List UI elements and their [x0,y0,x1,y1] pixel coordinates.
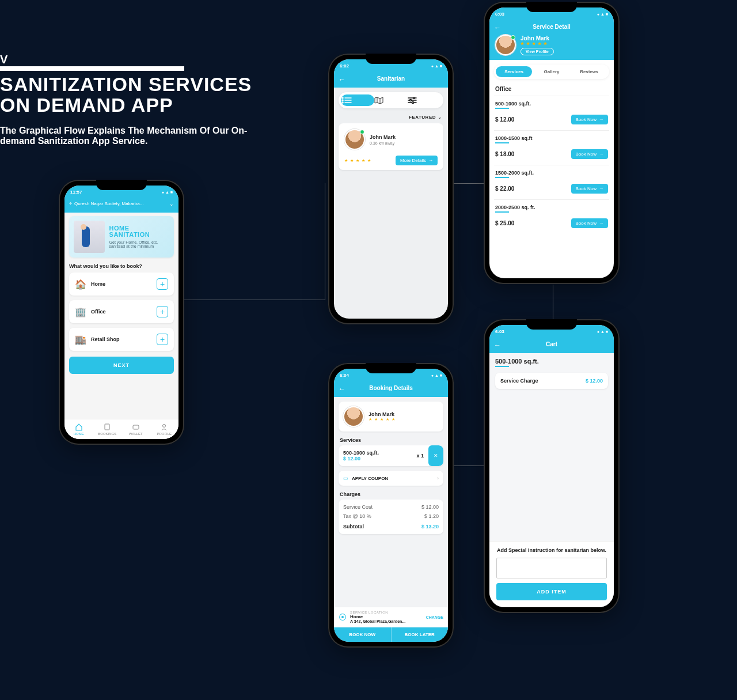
book-now-button[interactable]: BOOK NOW [334,627,392,642]
nav-home[interactable]: HOME [64,419,93,439]
location-text: Quresh Nagar Society, Makarba... [74,201,167,206]
plus-icon[interactable]: + [157,334,168,345]
screen-title: Sanitarian [377,75,405,82]
phone-notch [526,319,577,330]
book-now-button[interactable]: Book Now → [571,115,608,124]
avatar [495,35,516,55]
status-icons: ● ▲ ■ [431,373,442,377]
promo-banner[interactable]: HOME SANITATION Get your Home, Office, e… [69,216,174,258]
screen-title: Service Detail [533,24,571,30]
phone-booking-details: 6:04 ● ▲ ■ ← Booking Details John Mark ★… [328,363,454,648]
service-label: 1500-2000 sq.ft. [495,170,608,176]
nav-profile[interactable]: PROFILE [150,419,179,439]
next-button[interactable]: NEXT [69,357,174,374]
book-now-button[interactable]: Book Now → [571,218,608,228]
featured-sort[interactable]: FEATURED ⌄ [340,114,442,120]
promo-sub: Get your Home, Office, etc. sanitized at… [109,240,165,248]
svg-point-7 [342,102,343,103]
prompt-text: What would you like to book? [69,263,174,269]
plus-icon[interactable]: + [157,306,168,317]
flow-line [454,466,484,466]
phone-service-detail: 6:03 ● ▲ ■ ← Service Detail John Mark ★ … [484,2,620,284]
underline [495,108,509,109]
chevron-down-icon: ⌄ [169,201,174,207]
view-profile-button[interactable]: View Profile [521,48,554,55]
back-icon[interactable]: ← [339,385,345,393]
service-label: 2000-2500 sq. ft. [495,205,608,210]
more-details-button[interactable]: More Details→ [396,156,438,165]
provider-name: John Mark [368,411,396,417]
map-view-button[interactable] [374,94,408,106]
list-view-button[interactable] [341,94,374,106]
svg-point-10 [413,97,415,99]
loc-addr: A 342, Global Plaza,Garden... [350,619,423,623]
filter-button[interactable] [408,94,441,106]
provider-distance: 0.36 km away [370,141,396,145]
tab-gallery[interactable]: Gallery [533,66,569,77]
service-price: $ 12.00 [495,116,514,123]
back-icon[interactable]: ← [339,75,345,84]
service-row: 1000-1500 sq.ft$ 18.00Book Now → [494,130,609,165]
charge-value: $ 1.20 [424,513,439,519]
view-toggle [339,92,443,108]
line-label: 500-1000 sq.ft. [343,450,407,456]
option-office[interactable]: 🏢 Office + [69,300,174,323]
back-icon[interactable]: ← [494,341,501,349]
tab-services[interactable]: Services [496,66,532,77]
screen-header: ← Sanitarian [334,72,448,88]
arrow-right-icon: → [428,158,433,163]
service-price: $ 22.00 [495,186,514,192]
chevron-right-icon: › [437,475,439,481]
location-bar[interactable]: ⌖ Quresh Nagar Society, Makarba... ⌄ [64,198,178,213]
option-retail[interactable]: 🏬 Retail Shop + [69,328,174,351]
charge-label: Tax @ 10 % [343,513,424,519]
service-location-card: ⦿ SERVICE LOCATION Home A 342, Global Pl… [334,607,448,627]
phone-home-screen: 11:57 ● ▲ ■ ⌖ Quresh Nagar Society, Maka… [59,180,184,445]
remove-item-button[interactable]: ✕ [428,445,443,466]
services-heading: Services [340,437,442,443]
svg-rect-1 [133,425,139,429]
service-row: 500-1000 sq.ft.$ 12.00Book Now → [494,96,609,130]
svg-point-3 [342,97,343,99]
phone-notch [96,180,147,190]
status-time: 6:02 [340,63,349,69]
plus-icon[interactable]: + [157,278,168,290]
nav-bookings[interactable]: BOOKINGS [93,419,122,439]
option-label: Home [91,281,157,287]
eyebrow-char: V [0,53,252,66]
option-home[interactable]: 🏠 Home + [69,273,174,296]
detail-tabs: Services Gallery Reviews [494,65,609,79]
apply-coupon[interactable]: ▭ APPLY COUPON › [339,471,443,486]
location-icon: ⌖ [69,200,72,207]
change-location-button[interactable]: CHANGE [426,615,443,619]
tab-reviews[interactable]: Reviews [571,66,607,77]
back-icon[interactable]: ← [494,24,501,32]
provider-name: John Mark [521,35,554,41]
instruction-input[interactable] [496,558,607,578]
online-dot-icon [360,130,364,134]
phone-notch [526,2,577,12]
cart-row: Service Charge $ 12.00 [495,373,608,389]
shop-icon: 🏬 [75,334,86,345]
flow-line [454,183,484,184]
charge-value: $ 12.00 [421,504,439,510]
avatar [343,406,364,427]
book-now-button[interactable]: Book Now → [571,184,608,194]
book-now-button[interactable]: Book Now → [571,149,608,159]
book-later-button[interactable]: BOOK LATER [392,627,449,642]
add-item-button[interactable]: ADD ITEM [496,583,607,600]
screen-title: Cart [546,341,557,347]
online-dot-icon [511,35,515,40]
underline [495,177,509,178]
service-row: 1500-2000 sq.ft.$ 22.00Book Now → [494,165,609,199]
subtotal-label: Subtotal [343,524,421,529]
status-icons: ● ▲ ■ [597,330,608,334]
nav-wallet[interactable]: WALLET [121,419,150,439]
arrow-right-icon: → [599,152,603,157]
screen-header: ← Cart [489,338,614,353]
underline [495,211,509,213]
phone-notch [366,54,416,64]
line-qty: x 1 [412,448,428,463]
svg-point-14 [412,102,414,104]
provider-card[interactable]: John Mark 0.36 km away ★ ★ ★ ★ ★ More De… [339,123,443,170]
